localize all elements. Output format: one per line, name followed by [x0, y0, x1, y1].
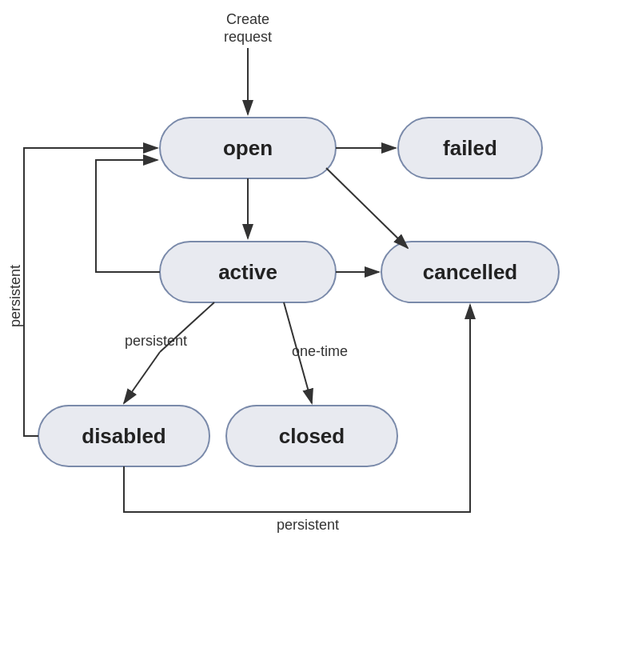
persistent-bottom-label: persistent: [277, 517, 339, 533]
persistent-active-disabled-label: persistent: [125, 333, 187, 349]
open-label: open: [223, 136, 273, 160]
failed-label: failed: [443, 136, 497, 160]
active-label: active: [218, 260, 277, 284]
svg-line-8: [124, 352, 160, 403]
closed-label: closed: [279, 424, 345, 448]
one-time-label: one-time: [292, 343, 348, 359]
persistent-left-label: persistent: [7, 265, 23, 327]
disabled-label: disabled: [82, 424, 165, 448]
create-request-label2: request: [224, 29, 272, 45]
svg-line-5: [326, 168, 408, 248]
create-request-label: Create: [226, 11, 269, 27]
cancelled-label: cancelled: [423, 260, 518, 284]
